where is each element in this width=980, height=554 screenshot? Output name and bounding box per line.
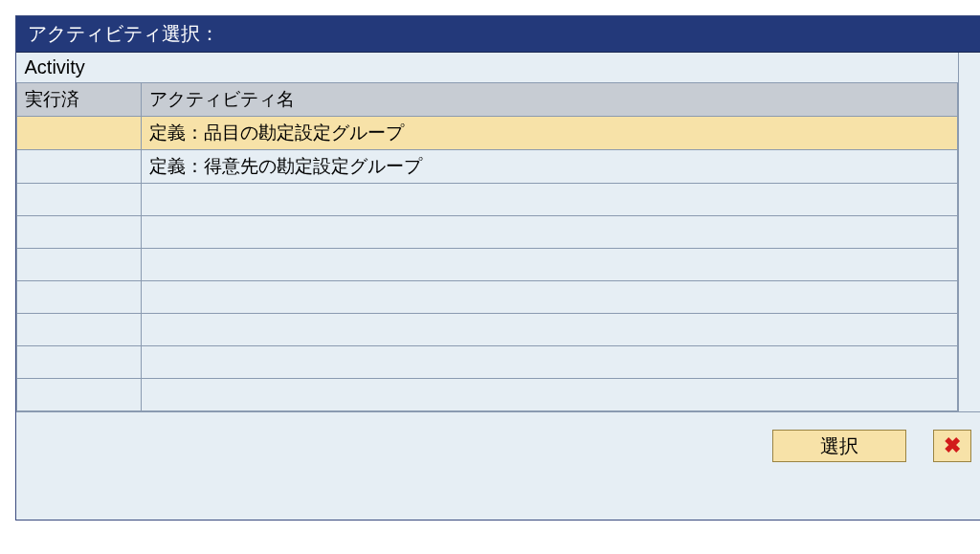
column-executed[interactable]: 実行済 — [17, 83, 142, 117]
table-section-header: Activity — [17, 53, 958, 83]
cell-activity-name: 定義：品目の勘定設定グループ — [142, 117, 958, 150]
table-column-header: 実行済 アクティビティ名 — [17, 83, 958, 117]
cell-activity-name — [142, 249, 958, 281]
cell-activity-name — [142, 314, 958, 346]
dialog-title: アクティビティ選択： — [16, 16, 980, 53]
cell-activity-name — [142, 216, 958, 249]
cell-executed — [17, 346, 142, 379]
select-button[interactable]: 選択 — [772, 430, 906, 462]
table-row[interactable] — [17, 216, 958, 249]
table-row[interactable]: 定義：得意先の勘定設定グループ — [17, 150, 958, 184]
close-icon: ✖ — [944, 435, 961, 456]
cell-activity-name — [142, 281, 958, 314]
cell-executed — [17, 150, 142, 184]
cell-activity-name — [142, 346, 958, 379]
close-button[interactable]: ✖ — [933, 430, 971, 462]
table-row[interactable] — [17, 314, 958, 346]
activity-table: Activity 実行済 アクティビティ名 定義：品目の勘定設定グループ定義：得… — [16, 53, 958, 411]
cell-executed — [17, 117, 142, 150]
cell-executed — [17, 314, 142, 346]
cell-executed — [17, 281, 142, 314]
cell-activity-name: 定義：得意先の勘定設定グループ — [142, 150, 958, 184]
activity-select-dialog: アクティビティ選択： Activity 実行済 アクティビティ名 定義：品目の勘… — [15, 15, 980, 521]
table-row[interactable]: 定義：品目の勘定設定グループ — [17, 117, 958, 150]
table-row[interactable] — [17, 184, 958, 216]
cell-executed — [17, 249, 142, 281]
cell-activity-name — [142, 184, 958, 216]
table-row[interactable] — [17, 281, 958, 314]
table-area: Activity 実行済 アクティビティ名 定義：品目の勘定設定グループ定義：得… — [16, 53, 958, 411]
cell-executed — [17, 184, 142, 216]
dialog-footer: 選択 ✖ — [16, 411, 980, 520]
cell-executed — [17, 216, 142, 249]
cell-executed — [17, 379, 142, 411]
scroll-gutter[interactable] — [958, 53, 980, 411]
cell-activity-name — [142, 379, 958, 411]
table-row[interactable] — [17, 379, 958, 411]
section-label: Activity — [17, 53, 958, 83]
column-activity-name[interactable]: アクティビティ名 — [142, 83, 958, 117]
content-row: Activity 実行済 アクティビティ名 定義：品目の勘定設定グループ定義：得… — [16, 53, 980, 411]
table-row[interactable] — [17, 346, 958, 379]
table-row[interactable] — [17, 249, 958, 281]
